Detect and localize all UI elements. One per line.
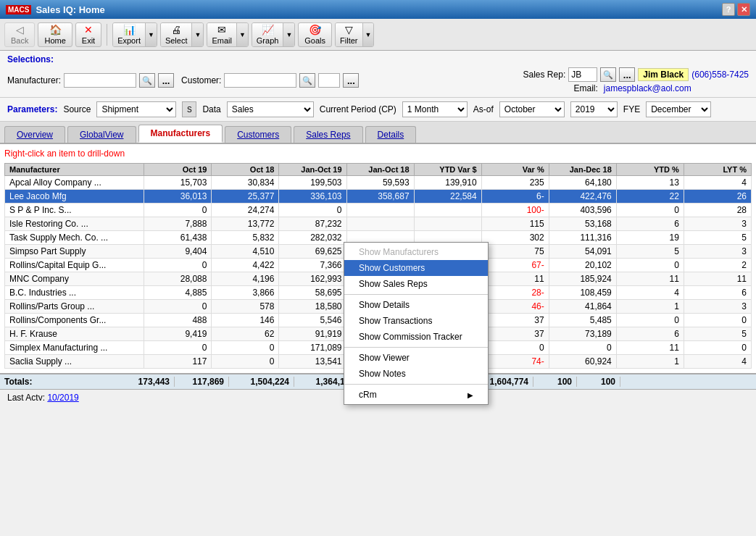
sales-rep-name: Jim Black bbox=[638, 68, 689, 81]
cell-janoct19: 58,695 bbox=[279, 286, 346, 300]
cell-manufacturer-name: Isle Restoring Co. ... bbox=[5, 217, 144, 231]
cell-jandec18: 108,459 bbox=[549, 286, 616, 300]
source-s-button[interactable]: S bbox=[182, 101, 196, 117]
select-icon: 🖨 bbox=[171, 24, 181, 35]
manufacturer-dots-button[interactable]: ... bbox=[158, 73, 174, 88]
cell-ytdpct: 0 bbox=[616, 204, 684, 217]
current-period-label: Current Period (CP) bbox=[320, 104, 396, 114]
email-arrow[interactable]: ▼ bbox=[236, 23, 248, 46]
graph-main[interactable]: 📈 Graph bbox=[252, 23, 283, 46]
cell-lytpct: 3 bbox=[684, 300, 751, 314]
cell-varpct: 115 bbox=[481, 217, 549, 231]
cell-oct19: 15,703 bbox=[144, 176, 212, 190]
back-button[interactable]: ◁ Back bbox=[4, 22, 35, 47]
cell-janoct19: 13,541 bbox=[279, 355, 346, 369]
graph-button-group[interactable]: 📈 Graph ▼ bbox=[252, 22, 296, 47]
select-label: Select bbox=[165, 36, 188, 45]
tab-overview[interactable]: Overview bbox=[4, 126, 65, 143]
source-select[interactable]: Shipment bbox=[96, 101, 176, 117]
cell-manufacturer-name: MNC Company bbox=[5, 272, 144, 286]
context-menu-item[interactable]: Show Notes bbox=[344, 366, 488, 382]
close-button[interactable]: ✕ bbox=[737, 3, 750, 16]
help-button[interactable]: ? bbox=[722, 3, 735, 16]
cell-janoct19: 7,366 bbox=[279, 259, 346, 272]
exit-button[interactable]: ✕ Exit bbox=[75, 22, 101, 47]
parameters-area: Parameters: Source Shipment S Data Sales… bbox=[0, 98, 756, 122]
email-icon: ✉ bbox=[217, 24, 226, 35]
manufacturer-search-button[interactable]: 🔍 bbox=[139, 73, 155, 88]
fye-select[interactable]: December bbox=[646, 101, 711, 117]
customer-search-button[interactable]: 🔍 bbox=[299, 73, 315, 88]
select-main[interactable]: 🖨 Select bbox=[161, 23, 192, 46]
cell-janoct18: 59,593 bbox=[346, 176, 414, 190]
cell-lytpct: 0 bbox=[684, 341, 751, 355]
context-menu-item[interactable]: Show Viewer bbox=[344, 350, 488, 366]
table-row[interactable]: Isle Restoring Co. ...7,88813,77287,2321… bbox=[5, 217, 752, 231]
cell-jandec18: 54,091 bbox=[549, 245, 616, 259]
tab-manufacturers[interactable]: Manufacturers bbox=[138, 125, 223, 143]
filter-arrow[interactable]: ▼ bbox=[362, 23, 374, 46]
table-row[interactable]: Apcal Alloy Company ...15,70330,834199,5… bbox=[5, 176, 752, 190]
context-menu-item[interactable]: Show Commission Tracker bbox=[344, 329, 488, 345]
export-button-group[interactable]: 📊 Export ▼ bbox=[112, 22, 157, 47]
context-menu-item-label: Show Transactions bbox=[359, 316, 432, 326]
table-row[interactable]: Lee Jacob Mfg36,01325,377336,103358,6872… bbox=[5, 190, 752, 204]
title-bar: MACS Sales IQ: Home ? ✕ bbox=[0, 0, 756, 19]
totals-label: Totals: bbox=[4, 377, 120, 387]
export-arrow[interactable]: ▼ bbox=[145, 23, 157, 46]
tab-details[interactable]: Details bbox=[365, 126, 417, 143]
cell-janoct19: 199,503 bbox=[279, 176, 346, 190]
tab-salesreps[interactable]: Sales Reps bbox=[294, 126, 362, 143]
context-menu-item[interactable]: Show Sales Reps bbox=[344, 276, 488, 292]
tab-globalview[interactable]: GlobalView bbox=[67, 126, 136, 143]
email-main[interactable]: ✉ Email bbox=[207, 23, 236, 46]
context-menu-item[interactable]: cRm▶ bbox=[344, 387, 488, 403]
filter-main[interactable]: ▽ Filter bbox=[336, 23, 362, 46]
sales-rep-input[interactable] bbox=[568, 67, 597, 82]
export-main[interactable]: 📊 Export bbox=[113, 23, 145, 46]
select-arrow[interactable]: ▼ bbox=[191, 23, 203, 46]
data-select[interactable]: Sales bbox=[227, 101, 314, 117]
home-button[interactable]: 🏠 Home bbox=[38, 22, 72, 47]
cell-ytdvar bbox=[414, 217, 481, 231]
filter-button-group[interactable]: ▽ Filter ▼ bbox=[335, 22, 374, 47]
context-menu-separator bbox=[344, 347, 488, 348]
sales-rep-email[interactable]: jamespblack@aol.com bbox=[604, 83, 691, 93]
cell-lytpct: 5 bbox=[684, 327, 751, 341]
as-of-year-select[interactable]: 2019 bbox=[570, 101, 618, 117]
sales-rep-dots-button[interactable]: ... bbox=[619, 67, 635, 82]
context-menu-item[interactable]: Show Details bbox=[344, 297, 488, 313]
table-row[interactable]: S P & P Inc. S...024,2740100-403,596028 bbox=[5, 204, 752, 217]
select-button-group[interactable]: 🖨 Select ▼ bbox=[160, 22, 204, 47]
graph-arrow[interactable]: ▼ bbox=[283, 23, 294, 46]
totals-lytpct: 100 bbox=[577, 377, 620, 387]
context-menu-item[interactable]: Show Customers bbox=[344, 260, 488, 276]
cell-janoct19: 87,232 bbox=[279, 217, 346, 231]
cell-ytdpct: 6 bbox=[616, 327, 684, 341]
cell-manufacturer-name: Lee Jacob Mfg bbox=[5, 190, 144, 204]
customer-code-input[interactable] bbox=[318, 73, 340, 88]
last-actv-value[interactable]: 10/2019 bbox=[47, 393, 78, 403]
col-header-oct18: Oct 18 bbox=[212, 164, 279, 176]
manufacturer-input[interactable] bbox=[64, 73, 136, 88]
context-menu-item-label: Show Manufacturers bbox=[359, 247, 439, 257]
customer-dots-button[interactable]: ... bbox=[343, 73, 359, 88]
cell-ytdvar: 139,910 bbox=[414, 176, 481, 190]
col-header-ytdpct: YTD % bbox=[616, 164, 684, 176]
goals-button[interactable]: 🎯 Goals bbox=[298, 22, 332, 47]
as-of-month-select[interactable]: October bbox=[499, 101, 565, 117]
context-menu-item[interactable]: Show Transactions bbox=[344, 313, 488, 329]
totals-ytdpct: 100 bbox=[533, 377, 577, 387]
table-header-row: Manufacturer Oct 19 Oct 18 Jan-Oct 19 Ja… bbox=[5, 164, 752, 176]
current-period-select[interactable]: 1 Month bbox=[402, 101, 468, 117]
cell-oct19: 117 bbox=[144, 355, 212, 369]
sales-rep-phone: (606)558-7425 bbox=[691, 70, 749, 80]
customer-input[interactable] bbox=[224, 73, 296, 88]
cell-oct18: 25,377 bbox=[212, 190, 279, 204]
exit-icon: ✕ bbox=[84, 24, 93, 35]
sales-rep-search-button[interactable]: 🔍 bbox=[600, 67, 616, 82]
sales-rep-area: Sales Rep: 🔍 ... Jim Black (606)558-7425… bbox=[523, 67, 749, 93]
tab-customers[interactable]: Customers bbox=[225, 126, 291, 143]
email-button-group[interactable]: ✉ Email ▼ bbox=[207, 22, 248, 47]
cell-oct19: 9,419 bbox=[144, 327, 212, 341]
